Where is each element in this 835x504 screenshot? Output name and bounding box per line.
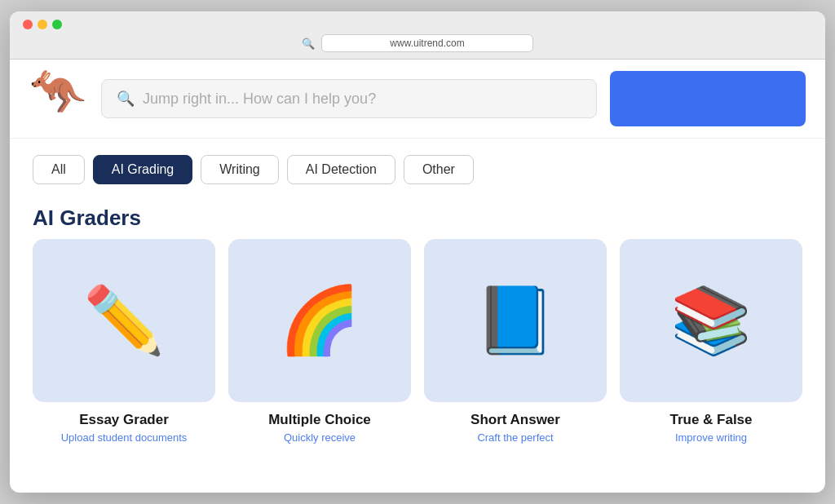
filter-tab-all[interactable]: All [33, 155, 85, 184]
true-false-icon: 📚 [670, 288, 752, 353]
card-image-essay-grader: ✏️ [33, 239, 215, 402]
dot-red[interactable] [23, 20, 33, 29]
browser-url-bar: 🔍 www.uitrend.com [23, 34, 812, 52]
card-image-multiple-choice: 🌈 [228, 239, 411, 402]
card-title-multiple-choice: Multiple Choice [268, 412, 371, 428]
card-subtitle-short-answer: Craft the perfect [477, 431, 553, 444]
filter-tab-ai-grading[interactable]: AI Grading [93, 155, 192, 184]
filter-tab-writing[interactable]: Writing [201, 155, 279, 184]
section-title: AI Graders [10, 192, 825, 239]
filter-tab-other[interactable]: Other [404, 155, 474, 184]
filter-tab-ai-detection[interactable]: AI Detection [287, 155, 395, 184]
card-title-essay-grader: Essay Grader [79, 412, 169, 428]
card-short-answer[interactable]: 📘 Short Answer Craft the perfect [424, 239, 607, 444]
app-header: 🦘 🔍 Jump right in... How can I help you? [10, 60, 825, 139]
filter-section: All AI Grading Writing AI Detection Othe… [10, 139, 825, 192]
filter-tabs: All AI Grading Writing AI Detection Othe… [33, 155, 802, 184]
card-image-short-answer: 📘 [424, 239, 607, 402]
card-essay-grader[interactable]: ✏️ Essay Grader Upload student documents [33, 239, 215, 444]
card-title-true-false: True & False [669, 412, 752, 428]
short-answer-icon: 📘 [475, 288, 556, 353]
url-search-icon: 🔍 [302, 38, 315, 50]
dot-yellow[interactable] [38, 20, 47, 29]
search-input[interactable]: Jump right in... How can I help you? [143, 91, 376, 108]
blue-action-button[interactable] [610, 71, 806, 126]
logo-container: 🦘 [29, 69, 88, 128]
browser-window: 🔍 www.uitrend.com 🦘 🔍 Jump right in... H… [10, 11, 825, 493]
card-multiple-choice[interactable]: 🌈 Multiple Choice Quickly receive [228, 239, 411, 444]
search-icon: 🔍 [117, 90, 135, 108]
url-input[interactable]: www.uitrend.com [321, 34, 533, 52]
card-true-false[interactable]: 📚 True & False Improve writing [620, 239, 802, 444]
browser-dots [23, 20, 812, 29]
essay-grader-icon: ✏️ [83, 288, 165, 353]
card-title-short-answer: Short Answer [471, 412, 560, 428]
card-subtitle-true-false: Improve writing [675, 431, 747, 444]
multiple-choice-icon: 🌈 [279, 288, 360, 353]
search-bar[interactable]: 🔍 Jump right in... How can I help you? [101, 79, 597, 118]
card-image-true-false: 📚 [620, 239, 802, 402]
browser-content: 🦘 🔍 Jump right in... How can I help you?… [10, 60, 825, 493]
card-subtitle-essay-grader: Upload student documents [61, 431, 188, 444]
cards-grid: ✏️ Essay Grader Upload student documents… [10, 239, 825, 444]
browser-chrome: 🔍 www.uitrend.com [10, 11, 825, 60]
kangaroo-logo: 🦘 [29, 66, 86, 117]
card-subtitle-multiple-choice: Quickly receive [284, 431, 356, 444]
dot-green[interactable] [52, 20, 62, 29]
